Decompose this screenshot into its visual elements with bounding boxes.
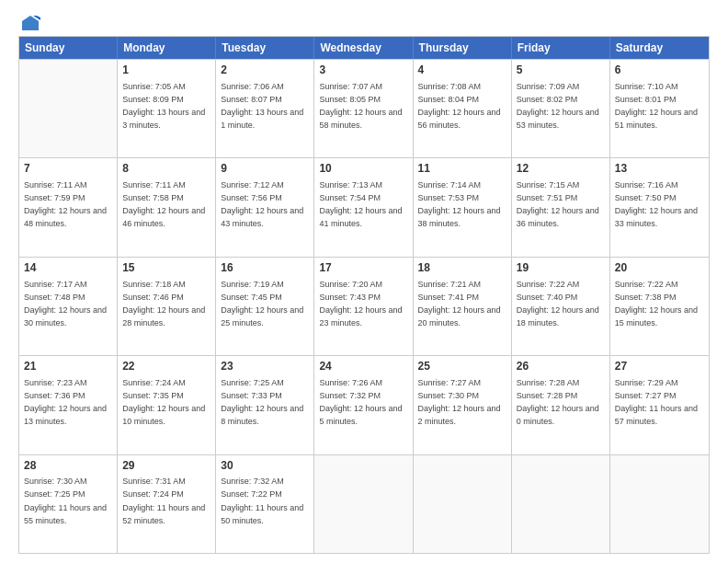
cell-info: Sunrise: 7:10 AMSunset: 8:01 PMDaylight:…	[615, 82, 698, 130]
cell-info: Sunrise: 7:14 AMSunset: 7:53 PMDaylight:…	[418, 180, 501, 228]
cell-info: Sunrise: 7:30 AMSunset: 7:25 PMDaylight:…	[24, 477, 107, 524]
calendar: SundayMondayTuesdayWednesdayThursdayFrid…	[18, 36, 710, 554]
calendar-cell: 2Sunrise: 7:06 AMSunset: 8:07 PMDaylight…	[216, 60, 314, 157]
day-number: 17	[319, 260, 407, 276]
cell-info: Sunrise: 7:27 AMSunset: 7:30 PMDaylight:…	[418, 378, 501, 426]
weekday-header: Monday	[118, 37, 216, 59]
calendar-cell: 17Sunrise: 7:20 AMSunset: 7:43 PMDayligh…	[314, 258, 413, 355]
calendar-cell: 10Sunrise: 7:13 AMSunset: 7:54 PMDayligh…	[314, 158, 413, 256]
cell-info: Sunrise: 7:08 AMSunset: 8:04 PMDaylight:…	[418, 82, 501, 130]
day-number: 18	[418, 260, 506, 276]
day-number: 21	[24, 359, 112, 374]
weekday-header: Saturday	[610, 37, 709, 59]
day-number: 9	[221, 161, 309, 177]
calendar-cell	[414, 455, 512, 553]
cell-info: Sunrise: 7:23 AMSunset: 7:36 PMDaylight:…	[24, 378, 107, 426]
day-number: 13	[615, 161, 704, 177]
calendar-cell: 23Sunrise: 7:25 AMSunset: 7:33 PMDayligh…	[216, 356, 314, 454]
weekday-header: Thursday	[414, 37, 512, 59]
cell-info: Sunrise: 7:19 AMSunset: 7:45 PMDaylight:…	[221, 280, 303, 327]
calendar-row: 7Sunrise: 7:11 AMSunset: 7:59 PMDaylight…	[19, 157, 709, 256]
calendar-cell: 18Sunrise: 7:21 AMSunset: 7:41 PMDayligh…	[414, 258, 512, 355]
cell-info: Sunrise: 7:22 AMSunset: 7:40 PMDaylight:…	[517, 280, 599, 327]
cell-info: Sunrise: 7:07 AMSunset: 8:05 PMDaylight:…	[319, 82, 402, 130]
calendar-cell: 27Sunrise: 7:29 AMSunset: 7:27 PMDayligh…	[610, 356, 709, 454]
calendar-row: 1Sunrise: 7:05 AMSunset: 8:09 PMDaylight…	[19, 59, 709, 157]
day-number: 28	[24, 458, 112, 474]
calendar-cell: 19Sunrise: 7:22 AMSunset: 7:40 PMDayligh…	[512, 258, 610, 355]
day-number: 10	[319, 161, 407, 177]
calendar-cell: 3Sunrise: 7:07 AMSunset: 8:05 PMDaylight…	[314, 60, 413, 157]
calendar-cell: 25Sunrise: 7:27 AMSunset: 7:30 PMDayligh…	[414, 356, 512, 454]
calendar-cell: 28Sunrise: 7:30 AMSunset: 7:25 PMDayligh…	[19, 455, 118, 553]
calendar-cell: 13Sunrise: 7:16 AMSunset: 7:50 PMDayligh…	[610, 158, 709, 256]
calendar-cell: 8Sunrise: 7:11 AMSunset: 7:58 PMDaylight…	[118, 158, 216, 256]
day-number: 25	[418, 359, 506, 374]
page: SundayMondayTuesdayWednesdayThursdayFrid…	[0, 0, 728, 563]
day-number: 26	[517, 359, 605, 374]
calendar-cell: 1Sunrise: 7:05 AMSunset: 8:09 PMDaylight…	[118, 60, 216, 157]
day-number: 29	[122, 458, 210, 474]
day-number: 15	[122, 260, 210, 276]
calendar-cell	[610, 455, 709, 553]
day-number: 1	[122, 63, 210, 78]
calendar-cell: 6Sunrise: 7:10 AMSunset: 8:01 PMDaylight…	[610, 60, 709, 157]
day-number: 22	[122, 359, 210, 374]
calendar-row: 14Sunrise: 7:17 AMSunset: 7:48 PMDayligh…	[19, 257, 709, 355]
cell-info: Sunrise: 7:17 AMSunset: 7:48 PMDaylight:…	[24, 280, 107, 327]
calendar-cell: 9Sunrise: 7:12 AMSunset: 7:56 PMDaylight…	[216, 158, 314, 256]
cell-info: Sunrise: 7:13 AMSunset: 7:54 PMDaylight:…	[319, 180, 402, 228]
day-number: 2	[221, 63, 309, 78]
cell-info: Sunrise: 7:15 AMSunset: 7:51 PMDaylight:…	[517, 180, 599, 228]
calendar-cell: 5Sunrise: 7:09 AMSunset: 8:02 PMDaylight…	[512, 60, 610, 157]
cell-info: Sunrise: 7:32 AMSunset: 7:22 PMDaylight:…	[221, 477, 303, 524]
cell-info: Sunrise: 7:20 AMSunset: 7:43 PMDaylight:…	[319, 280, 402, 327]
weekday-header: Wednesday	[314, 37, 413, 59]
weekday-header: Sunday	[19, 37, 118, 59]
calendar-cell: 12Sunrise: 7:15 AMSunset: 7:51 PMDayligh…	[512, 158, 610, 256]
day-number: 4	[418, 63, 506, 78]
cell-info: Sunrise: 7:05 AMSunset: 8:09 PMDaylight:…	[122, 82, 205, 130]
calendar-cell	[314, 455, 413, 553]
day-number: 30	[221, 458, 309, 474]
logo-icon	[20, 14, 40, 34]
cell-info: Sunrise: 7:11 AMSunset: 7:59 PMDaylight:…	[24, 180, 107, 228]
calendar-cell: 22Sunrise: 7:24 AMSunset: 7:35 PMDayligh…	[118, 356, 216, 454]
logo	[18, 14, 40, 27]
cell-info: Sunrise: 7:21 AMSunset: 7:41 PMDaylight:…	[418, 280, 501, 327]
calendar-cell: 16Sunrise: 7:19 AMSunset: 7:45 PMDayligh…	[216, 258, 314, 355]
day-number: 5	[517, 63, 605, 78]
day-number: 23	[221, 359, 309, 374]
calendar-cell: 7Sunrise: 7:11 AMSunset: 7:59 PMDaylight…	[19, 158, 118, 256]
calendar-row: 21Sunrise: 7:23 AMSunset: 7:36 PMDayligh…	[19, 355, 709, 454]
day-number: 27	[615, 359, 704, 374]
cell-info: Sunrise: 7:06 AMSunset: 8:07 PMDaylight:…	[221, 82, 303, 130]
cell-info: Sunrise: 7:28 AMSunset: 7:28 PMDaylight:…	[517, 378, 599, 426]
calendar-header: SundayMondayTuesdayWednesdayThursdayFrid…	[19, 37, 709, 59]
day-number: 3	[319, 63, 407, 78]
calendar-cell	[512, 455, 610, 553]
calendar-cell: 11Sunrise: 7:14 AMSunset: 7:53 PMDayligh…	[414, 158, 512, 256]
calendar-row: 28Sunrise: 7:30 AMSunset: 7:25 PMDayligh…	[19, 454, 709, 553]
cell-info: Sunrise: 7:11 AMSunset: 7:58 PMDaylight:…	[122, 180, 205, 228]
cell-info: Sunrise: 7:31 AMSunset: 7:24 PMDaylight:…	[122, 477, 205, 524]
day-number: 7	[24, 161, 112, 177]
calendar-cell: 15Sunrise: 7:18 AMSunset: 7:46 PMDayligh…	[118, 258, 216, 355]
cell-info: Sunrise: 7:26 AMSunset: 7:32 PMDaylight:…	[319, 378, 402, 426]
weekday-header: Friday	[512, 37, 610, 59]
cell-info: Sunrise: 7:09 AMSunset: 8:02 PMDaylight:…	[517, 82, 599, 130]
cell-info: Sunrise: 7:24 AMSunset: 7:35 PMDaylight:…	[122, 378, 205, 426]
calendar-cell: 30Sunrise: 7:32 AMSunset: 7:22 PMDayligh…	[216, 455, 314, 553]
day-number: 24	[319, 359, 407, 374]
cell-info: Sunrise: 7:18 AMSunset: 7:46 PMDaylight:…	[122, 280, 205, 327]
day-number: 12	[517, 161, 605, 177]
header	[18, 14, 710, 27]
day-number: 11	[418, 161, 506, 177]
calendar-cell: 29Sunrise: 7:31 AMSunset: 7:24 PMDayligh…	[118, 455, 216, 553]
day-number: 19	[517, 260, 605, 276]
weekday-header: Tuesday	[216, 37, 314, 59]
day-number: 6	[615, 63, 704, 78]
calendar-cell	[19, 60, 118, 157]
cell-info: Sunrise: 7:12 AMSunset: 7:56 PMDaylight:…	[221, 180, 303, 228]
calendar-cell: 4Sunrise: 7:08 AMSunset: 8:04 PMDaylight…	[414, 60, 512, 157]
